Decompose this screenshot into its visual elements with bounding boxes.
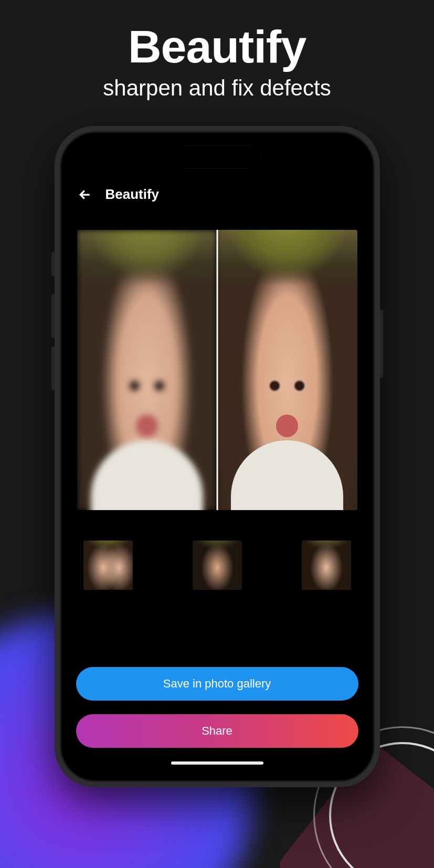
marketing-hero: Beautify sharpen and fix defects [0, 0, 434, 101]
slider-divider[interactable] [216, 230, 218, 510]
app-screen: Beautify Save in photo gallery Share [61, 133, 373, 780]
phone-side-button [51, 294, 55, 338]
save-button[interactable]: Save in photo gallery [76, 667, 358, 701]
action-buttons: Save in photo gallery Share [74, 667, 361, 753]
phone-side-button [51, 252, 55, 276]
page-title: Beautify [105, 186, 160, 203]
dynamic-island [173, 145, 262, 168]
thumbnail-item[interactable] [83, 541, 133, 590]
phone-side-button [380, 310, 383, 378]
phone-side-button [51, 346, 55, 390]
home-indicator [171, 761, 263, 765]
topbar: Beautify [74, 183, 361, 205]
hero-subtitle: sharpen and fix defects [0, 76, 434, 101]
thumbnail-strip [74, 541, 361, 590]
hero-title: Beautify [0, 20, 434, 73]
before-after-preview[interactable] [77, 230, 357, 510]
share-button[interactable]: Share [76, 714, 358, 748]
thumbnail-item[interactable] [193, 541, 242, 590]
thumbnail-item[interactable] [302, 541, 351, 590]
phone-mockup: Beautify Save in photo gallery Share [55, 126, 380, 787]
back-arrow-icon[interactable] [77, 187, 93, 203]
